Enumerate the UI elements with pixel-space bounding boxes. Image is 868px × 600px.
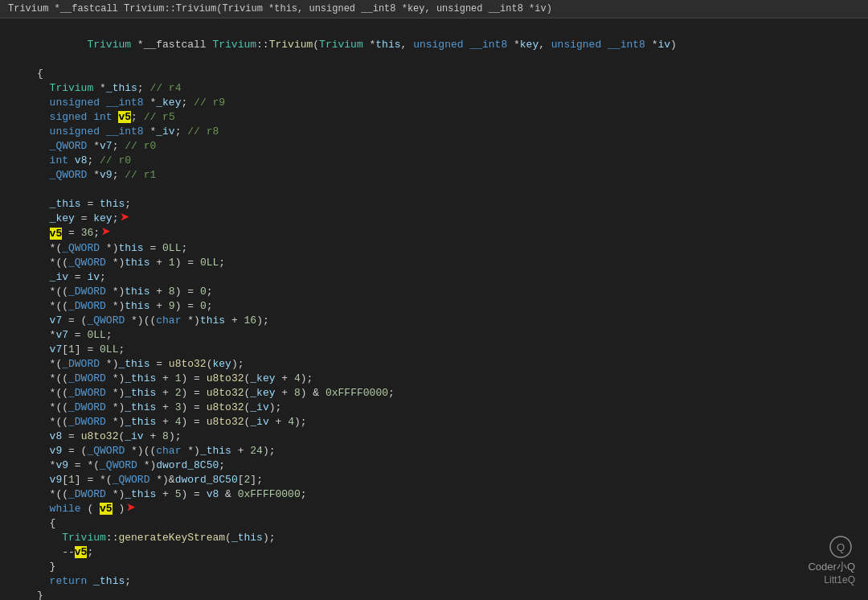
line-content: signed int v5; // r5 xyxy=(37,110,863,125)
code-line: int v8; // r0 xyxy=(0,154,868,168)
line-content: Trivium *_this; // r4 xyxy=(37,81,863,96)
code-line: *((_DWORD *)this + 9) = 0; xyxy=(0,299,868,314)
code-line: *((_DWORD *)_this + 1) = u8to32(_key + 4… xyxy=(0,372,868,386)
line-content: *v9 = *(_QWORD *)dword_8C50; xyxy=(37,458,863,473)
code-line: Trivium::generateKeyStream(_this); xyxy=(0,531,868,545)
line-content: *((_QWORD *)this + 1) = 0LL; xyxy=(37,256,863,270)
line-content: --v5; xyxy=(37,545,863,560)
code-line: unsigned __int8 *_key; // r9 xyxy=(0,96,868,110)
line-content: *((_DWORD *)_this + 1) = u8to32(_key + 4… xyxy=(37,372,863,386)
line-content: v9 = (_QWORD *)((char *)_this + 24); xyxy=(37,444,863,458)
code-line xyxy=(0,183,868,197)
code-line: { xyxy=(0,67,868,81)
line-content: _key = key;➤ xyxy=(37,212,863,226)
code-line: Trivium *_this; // r4 xyxy=(0,81,868,96)
code-line: v5 = 36;➤ xyxy=(0,226,868,240)
line-content: *((_DWORD *)_this + 2) = u8to32(_key + 8… xyxy=(37,386,863,401)
line-content: return _this; xyxy=(37,574,863,589)
watermark: Q Coder小Q Litt1eQ xyxy=(808,533,855,586)
code-line: while ( v5 )➤ xyxy=(0,502,868,516)
code-line: *((_DWORD *)this + 8) = 0; xyxy=(0,285,868,299)
line-content: Trivium::generateKeyStream(_this); xyxy=(37,531,863,545)
line-content xyxy=(37,183,863,197)
line-content: v7[1] = 0LL; xyxy=(37,343,863,357)
line-content: v8 = u8to32(_iv + 8); xyxy=(37,429,863,444)
code-line: *(_DWORD *)_this = u8to32(key); xyxy=(0,357,868,372)
line-content: { xyxy=(37,516,863,531)
line-content: *((_DWORD *)_this + 3) = u8to32(_iv); xyxy=(37,401,863,415)
code-line: *((_DWORD *)_this + 3) = u8to32(_iv); xyxy=(0,401,868,415)
code-line: _iv = iv; xyxy=(0,270,868,285)
code-line: } xyxy=(0,589,868,600)
code-line: signed int v5; // r5 xyxy=(0,110,868,125)
code-line: --v5; xyxy=(0,545,868,560)
code-line: Trivium *__fastcall Trivium::Trivium(Tri… xyxy=(0,23,868,67)
code-line: *((_QWORD *)this + 1) = 0LL; xyxy=(0,256,868,270)
line-content: *((_DWORD *)this + 9) = 0; xyxy=(37,299,863,314)
code-line: { xyxy=(0,516,868,531)
code-line: _this = this; xyxy=(0,197,868,212)
code-line: _QWORD *v7; // r0 xyxy=(0,139,868,154)
function-signature: Trivium *__fastcall Trivium::Trivium(Tri… xyxy=(8,3,552,14)
line-content: *v7 = 0LL; xyxy=(37,328,863,343)
line-content: _iv = iv; xyxy=(37,270,863,285)
watermark-brand: Coder小Q xyxy=(808,560,855,574)
line-content: } xyxy=(37,560,863,574)
watermark-icon: Q xyxy=(808,533,855,558)
line-content: { xyxy=(37,67,863,81)
line-content: _QWORD *v7; // r0 xyxy=(37,139,863,154)
title-bar: Trivium *__fastcall Trivium::Trivium(Tri… xyxy=(0,0,868,18)
line-content: while ( v5 )➤ xyxy=(37,502,863,516)
code-window: Trivium *__fastcall Trivium::Trivium(Tri… xyxy=(0,0,868,600)
line-content: v7 = (_QWORD *)((char *)this + 16); xyxy=(37,314,863,328)
code-line: unsigned __int8 *_iv; // r8 xyxy=(0,125,868,139)
line-content: _this = this; xyxy=(37,197,863,212)
code-line: } xyxy=(0,560,868,574)
code-line: *v9 = *(_QWORD *)dword_8C50; xyxy=(0,458,868,473)
code-line: _QWORD *v9; // r1 xyxy=(0,168,868,183)
line-content: *(_QWORD *)this = 0LL; xyxy=(37,241,863,256)
code-line: *((_DWORD *)_this + 2) = u8to32(_key + 8… xyxy=(0,386,868,401)
line-content: _QWORD *v9; // r1 xyxy=(37,168,863,183)
line-content: v5 = 36;➤ xyxy=(37,226,863,240)
code-line: v9 = (_QWORD *)((char *)_this + 24); xyxy=(0,444,868,458)
line-content: int v8; // r0 xyxy=(37,154,863,168)
line-content: *((_DWORD *)this + 8) = 0; xyxy=(37,285,863,299)
code-line: v9[1] = *(_QWORD *)&dword_8C50[2]; xyxy=(0,473,868,487)
line-content: Trivium *__fastcall Trivium::Trivium(Tri… xyxy=(37,23,863,67)
line-content: unsigned __int8 *_iv; // r8 xyxy=(37,125,863,139)
line-content: unsigned __int8 *_key; // r9 xyxy=(37,96,863,110)
code-line: *((_DWORD *)_this + 4) = u8to32(_iv + 4)… xyxy=(0,415,868,429)
code-area[interactable]: Trivium *__fastcall Trivium::Trivium(Tri… xyxy=(0,18,868,600)
line-content: *((_DWORD *)_this + 4) = u8to32(_iv + 4)… xyxy=(37,415,863,429)
line-content: } xyxy=(37,589,863,600)
code-line: v7 = (_QWORD *)((char *)this + 16); xyxy=(0,314,868,328)
svg-text:Q: Q xyxy=(837,541,845,553)
code-line: v7[1] = 0LL; xyxy=(0,343,868,357)
code-line: return _this; xyxy=(0,574,868,589)
watermark-user: Litt1eQ xyxy=(808,574,855,586)
code-line: v8 = u8to32(_iv + 8); xyxy=(0,429,868,444)
code-line: *v7 = 0LL; xyxy=(0,328,868,343)
line-content: *((_DWORD *)_this + 5) = v8 & 0xFFFF0000… xyxy=(37,487,863,502)
line-content: v9[1] = *(_QWORD *)&dword_8C50[2]; xyxy=(37,473,863,487)
code-line: *(_QWORD *)this = 0LL; xyxy=(0,241,868,256)
code-line: _key = key;➤ xyxy=(0,212,868,226)
line-content: *(_DWORD *)_this = u8to32(key); xyxy=(37,357,863,372)
